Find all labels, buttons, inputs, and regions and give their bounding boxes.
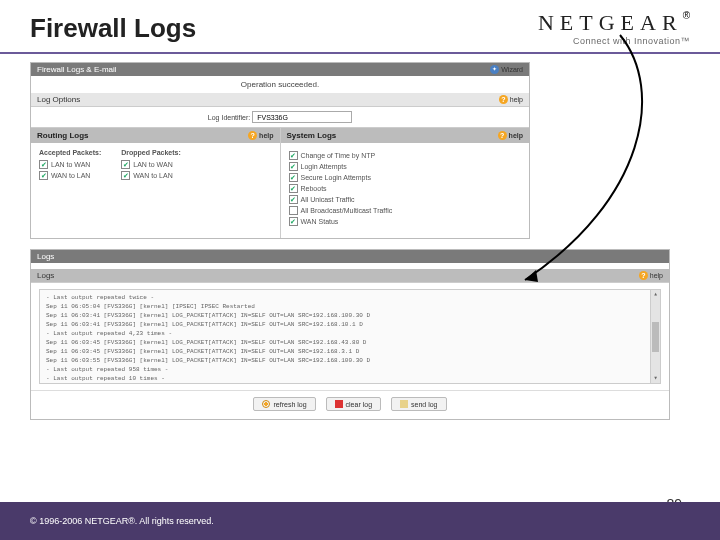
- clear-label: clear log: [346, 401, 372, 408]
- clear-icon: [335, 400, 343, 408]
- routing-logs-column: Routing Logs ?help Accepted Packets: ✔LA…: [31, 128, 280, 238]
- help-icon: ?: [498, 131, 507, 140]
- chk-label: Login Attempts: [301, 163, 347, 170]
- checkbox-icon: ✔: [289, 217, 298, 226]
- accepted-header: Accepted Packets:: [39, 149, 101, 156]
- dropped-header: Dropped Packets:: [121, 149, 181, 156]
- logs-tab-label: Logs: [37, 252, 54, 261]
- status-message: Operation succeeded.: [31, 76, 529, 93]
- refresh-label: refresh log: [273, 401, 306, 408]
- logs-section-header: Logs: [37, 271, 54, 280]
- chk-label: WAN Status: [301, 218, 339, 225]
- breadcrumb-label: Firewall Logs & E-mail: [37, 65, 117, 74]
- send-icon: [400, 400, 408, 408]
- log-options-label: Log Options: [37, 95, 80, 104]
- chk-row[interactable]: ✔LAN to WAN: [39, 160, 101, 169]
- logs-tab: Logs: [31, 250, 669, 263]
- wizard-link[interactable]: ✦ Wizard: [490, 65, 523, 74]
- wizard-icon: ✦: [490, 65, 499, 74]
- scrollbar[interactable]: ▴ ▾: [650, 290, 660, 383]
- log-textarea[interactable]: - Last output repeated twice - Sep 11 06…: [39, 289, 661, 384]
- log-content: - Last output repeated twice - Sep 11 06…: [46, 293, 654, 384]
- panel-breadcrumb: Firewall Logs & E-mail ✦ Wizard: [31, 63, 529, 76]
- chk-row[interactable]: ✔WAN to LAN: [121, 171, 181, 180]
- refresh-icon: [262, 400, 270, 408]
- identifier-row: Log Identifier:: [31, 107, 529, 127]
- checkbox-icon: ✔: [289, 184, 298, 193]
- chk-row[interactable]: ✔Reboots: [289, 184, 522, 193]
- chk-row[interactable]: ✔All Unicast Traffic: [289, 195, 522, 204]
- slide-header: Firewall Logs NETGEAR® Connect with Inno…: [0, 0, 720, 52]
- logs-panel: Logs Logs ?help - Last output repeated t…: [30, 249, 670, 420]
- scroll-up-icon[interactable]: ▴: [651, 290, 660, 299]
- help-label: help: [510, 96, 523, 103]
- divider: [0, 52, 720, 54]
- checkbox-icon: ✔: [39, 160, 48, 169]
- chk-label: WAN to LAN: [133, 172, 172, 179]
- checkbox-icon: ✔: [121, 171, 130, 180]
- system-header: System Logs: [287, 131, 337, 140]
- checkbox-icon: ✔: [121, 160, 130, 169]
- logo-tm: ™: [681, 36, 691, 46]
- refresh-log-button[interactable]: refresh log: [253, 397, 315, 411]
- chk-row[interactable]: ✔WAN to LAN: [39, 171, 101, 180]
- help-icon: ?: [639, 271, 648, 280]
- chk-label: Secure Login Attempts: [301, 174, 371, 181]
- checkbox-icon: [289, 206, 298, 215]
- chk-row[interactable]: ✔Secure Login Attempts: [289, 173, 522, 182]
- scroll-down-icon[interactable]: ▾: [651, 374, 660, 383]
- chk-row[interactable]: ✔LAN to WAN: [121, 160, 181, 169]
- send-log-button[interactable]: send log: [391, 397, 446, 411]
- send-label: send log: [411, 401, 437, 408]
- page-title: Firewall Logs: [30, 13, 196, 44]
- chk-label: All Unicast Traffic: [301, 196, 355, 203]
- chk-label: LAN to WAN: [133, 161, 172, 168]
- copyright: © 1996-2006 NETGEAR®. All rights reserve…: [30, 516, 214, 526]
- identifier-label: Log Identifier:: [208, 114, 250, 121]
- firewall-logs-panel: Firewall Logs & E-mail ✦ Wizard Operatio…: [30, 62, 530, 239]
- help-link-routing[interactable]: ?help: [248, 131, 273, 140]
- clear-log-button[interactable]: clear log: [326, 397, 381, 411]
- log-options-header: Log Options ? help: [31, 93, 529, 107]
- help-label: help: [650, 272, 663, 279]
- chk-label: LAN to WAN: [51, 161, 90, 168]
- logo-registered: ®: [683, 10, 690, 21]
- chk-row[interactable]: ✔WAN Status: [289, 217, 522, 226]
- chk-label: Reboots: [301, 185, 327, 192]
- checkbox-icon: ✔: [289, 195, 298, 204]
- chk-row[interactable]: ✔Change of Time by NTP: [289, 151, 522, 160]
- checkbox-icon: ✔: [289, 162, 298, 171]
- chk-row[interactable]: All Broadcast/Multicast Traffic: [289, 206, 522, 215]
- chk-label: WAN to LAN: [51, 172, 90, 179]
- logo-block: NETGEAR® Connect with Innovation™: [538, 10, 690, 46]
- chk-label: All Broadcast/Multicast Traffic: [301, 207, 393, 214]
- help-icon: ?: [499, 95, 508, 104]
- checkbox-icon: ✔: [39, 171, 48, 180]
- system-logs-column: System Logs ?help ✔Change of Time by NTP…: [280, 128, 530, 238]
- help-link-options[interactable]: ? help: [499, 95, 523, 104]
- help-label: help: [259, 132, 273, 139]
- checkbox-icon: ✔: [289, 173, 298, 182]
- scroll-thumb[interactable]: [652, 322, 659, 352]
- wizard-label: Wizard: [501, 66, 523, 73]
- logo-text: NETGEAR: [538, 10, 683, 35]
- help-label: help: [509, 132, 523, 139]
- footer-bar: © 1996-2006 NETGEAR®. All rights reserve…: [0, 502, 720, 540]
- help-link-system[interactable]: ?help: [498, 131, 523, 140]
- help-link-logs[interactable]: ?help: [639, 271, 663, 280]
- identifier-input[interactable]: [252, 111, 352, 123]
- chk-label: Change of Time by NTP: [301, 152, 376, 159]
- checkbox-icon: ✔: [289, 151, 298, 160]
- chk-row[interactable]: ✔Login Attempts: [289, 162, 522, 171]
- help-icon: ?: [248, 131, 257, 140]
- logo-tagline: Connect with Innovation: [573, 36, 681, 46]
- routing-header: Routing Logs: [37, 131, 89, 140]
